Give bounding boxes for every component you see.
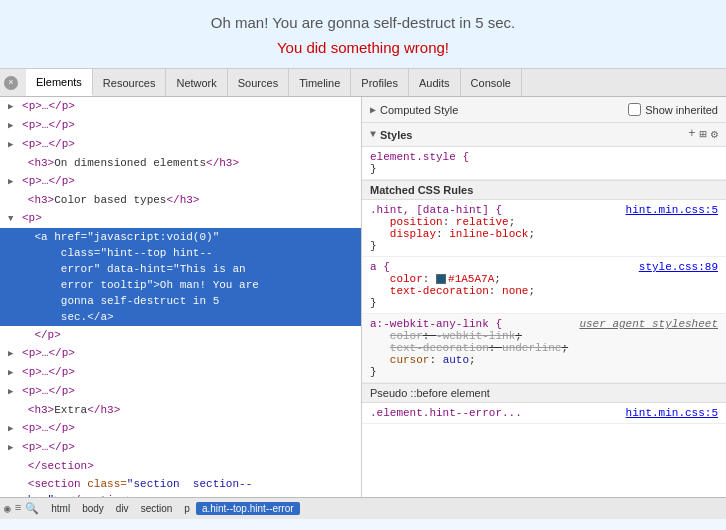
preview-line2: You did something wrong! — [20, 39, 706, 56]
show-inherited-checkbox[interactable] — [628, 103, 641, 116]
breadcrumb-active-element[interactable]: a.hint--top.hint--error — [196, 502, 300, 515]
tab-sources[interactable]: Sources — [228, 69, 289, 96]
webkit-value-text-decoration: underline — [502, 342, 561, 354]
preview-line1: Oh man! You are gonna self-destruct in 5… — [20, 14, 706, 31]
webkit-value-cursor: auto — [443, 354, 469, 366]
css-selector: element.style { — [370, 151, 469, 163]
tab-network[interactable]: Network — [166, 69, 227, 96]
dom-line: <section class="section section-- how">…… — [0, 475, 361, 497]
tab-timeline[interactable]: Timeline — [289, 69, 351, 96]
hint-rule-source[interactable]: hint.min.css:5 — [626, 204, 718, 216]
tab-resources[interactable]: Resources — [93, 69, 167, 96]
computed-style-header: ▶ Computed Style Show inherited — [362, 97, 726, 123]
webkit-selector: a:-webkit-any-link { — [370, 318, 502, 330]
dom-line: ▶ <p>…</p> — [0, 135, 361, 154]
a-selector: a { — [370, 261, 390, 273]
dom-line: </section> — [0, 457, 361, 475]
breadcrumb-p[interactable]: p — [178, 502, 196, 515]
pseudo-rule-source[interactable]: hint.min.css:5 — [626, 407, 718, 419]
styles-arrow: ▼ — [370, 129, 376, 140]
computed-style-arrow[interactable]: ▶ — [370, 104, 376, 116]
styles-icons: + ⊞ ⚙ — [688, 127, 718, 142]
matched-css-rules-header: Matched CSS Rules — [362, 180, 726, 200]
hint-selector: .hint, [data-hint] { — [370, 204, 502, 216]
close-button[interactable]: × — [4, 76, 18, 90]
gear-icon[interactable]: ⚙ — [711, 127, 718, 142]
main-content: ▶ <p>…</p> ▶ <p>…</p> ▶ <p>…</p> <h3>On … — [0, 97, 726, 497]
pseudo-header: Pseudo ::before element — [362, 383, 726, 403]
dom-tree-icon[interactable]: ≡ — [15, 502, 22, 515]
dom-line: ▶ <p>…</p> — [0, 438, 361, 457]
breadcrumb-icons: ◉ ≡ 🔍 — [4, 502, 39, 515]
dom-line: ▶ <p>…</p> — [0, 172, 361, 191]
toggle-icon[interactable]: ⊞ — [700, 127, 707, 142]
show-inherited-label: Show inherited — [645, 104, 718, 116]
add-style-icon[interactable]: + — [688, 127, 695, 142]
tab-profiles[interactable]: Profiles — [351, 69, 409, 96]
dom-line: <h3>On dimensioned elements</h3> — [0, 154, 361, 172]
tab-console[interactable]: Console — [461, 69, 522, 96]
webkit-prop-text-decoration: text-decoration — [390, 342, 489, 354]
css-rule-a: style.css:89 a { color: #1A5A7A; text-de… — [362, 257, 726, 314]
breadcrumb: ◉ ≡ 🔍 html body div section p a.hint--to… — [0, 497, 726, 519]
a-prop-color: color — [390, 273, 423, 285]
dom-panel[interactable]: ▶ <p>…</p> ▶ <p>…</p> ▶ <p>…</p> <h3>On … — [0, 97, 362, 497]
styles-header: ▼ Styles + ⊞ ⚙ — [362, 123, 726, 147]
webkit-rule-source: user agent stylesheet — [579, 318, 718, 330]
webkit-prop-cursor: cursor — [390, 354, 430, 366]
dom-line: </p> — [0, 326, 361, 344]
css-rule-hint: hint.min.css:5 .hint, [data-hint] { posi… — [362, 200, 726, 257]
dom-line: ▶ <p>…</p> — [0, 419, 361, 438]
dom-line: ▶ <p>…</p> — [0, 363, 361, 382]
hint-prop-display: display — [390, 228, 436, 240]
a-value-color: #1A5A7A — [448, 273, 494, 285]
css-rule-webkit: user agent stylesheet a:-webkit-any-link… — [362, 314, 726, 383]
inspect-icon[interactable]: ◉ — [4, 502, 11, 515]
hint-prop-position: position — [390, 216, 443, 228]
devtools: × Elements Resources Network Sources Tim… — [0, 69, 726, 519]
a-value-text-decoration: none — [502, 285, 528, 297]
breadcrumb-body[interactable]: body — [76, 502, 110, 515]
styles-title: Styles — [380, 129, 412, 141]
dom-line: ▶ <p>…</p> — [0, 382, 361, 401]
webkit-prop-color: color — [390, 330, 423, 342]
css-rule-pseudo: hint.min.css:5 .element.hint--error... — [362, 403, 726, 424]
show-inherited-container: Show inherited — [628, 103, 718, 116]
search-icon[interactable]: 🔍 — [25, 502, 39, 515]
computed-style-title: Computed Style — [380, 104, 458, 116]
dom-line: ▼ <p> — [0, 209, 361, 228]
styles-panel: ▶ Computed Style Show inherited ▼ Styles… — [362, 97, 726, 497]
tab-elements[interactable]: Elements — [26, 69, 93, 96]
tab-audits[interactable]: Audits — [409, 69, 461, 96]
dom-line: ▶ <p>…</p> — [0, 97, 361, 116]
css-brace: } — [370, 163, 377, 175]
preview-area: Oh man! You are gonna self-destruct in 5… — [0, 0, 726, 69]
a-prop-text-decoration: text-decoration — [390, 285, 489, 297]
dom-line-selected[interactable]: <a href="javascript:void(0)" class="hint… — [0, 228, 361, 326]
pseudo-selector: .element.hint--error... — [370, 407, 522, 419]
hint-value-position: relative — [456, 216, 509, 228]
dom-line: <h3>Extra</h3> — [0, 401, 361, 419]
color-swatch — [436, 274, 446, 284]
breadcrumb-div[interactable]: div — [110, 502, 135, 515]
webkit-value-color: -webkit-link — [436, 330, 515, 342]
breadcrumb-section[interactable]: section — [135, 502, 179, 515]
dom-line: ▶ <p>…</p> — [0, 344, 361, 363]
dom-line: ▶ <p>…</p> — [0, 116, 361, 135]
breadcrumb-html[interactable]: html — [45, 502, 76, 515]
a-rule-source[interactable]: style.css:89 — [639, 261, 718, 273]
tab-bar: × Elements Resources Network Sources Tim… — [0, 69, 726, 97]
css-rule-element-style: element.style { } — [362, 147, 726, 180]
hint-value-display: inline-block — [449, 228, 528, 240]
dom-line: <h3>Color based types</h3> — [0, 191, 361, 209]
